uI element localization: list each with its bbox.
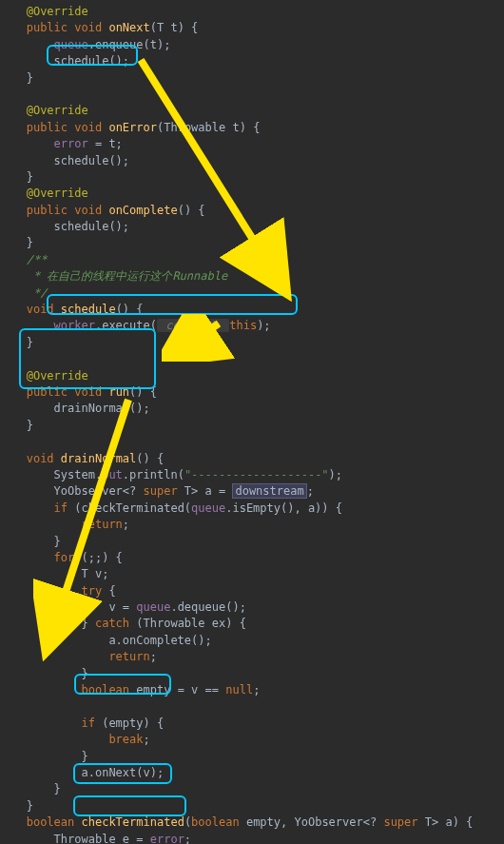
method-run: run: [108, 385, 129, 399]
ref-downstream: downstream: [232, 483, 306, 499]
method-checkTerminated: checkTerminated: [82, 815, 184, 829]
method-onComplete: onComplete: [108, 204, 177, 217]
annotation-override: @Override: [27, 5, 88, 18]
method-drainNormal: drainNormal: [61, 452, 136, 465]
method-onNext: onNext: [108, 21, 149, 34]
code-block: @Override public void onNext(T t) { queu…: [0, 0, 504, 844]
method-schedule: schedule: [61, 303, 116, 316]
param-hint-command: command:: [157, 319, 229, 332]
call-onNext: a.onNext(v);: [81, 766, 164, 779]
method-onError: onError: [108, 121, 157, 134]
call-schedule-1: schedule();: [54, 54, 129, 68]
